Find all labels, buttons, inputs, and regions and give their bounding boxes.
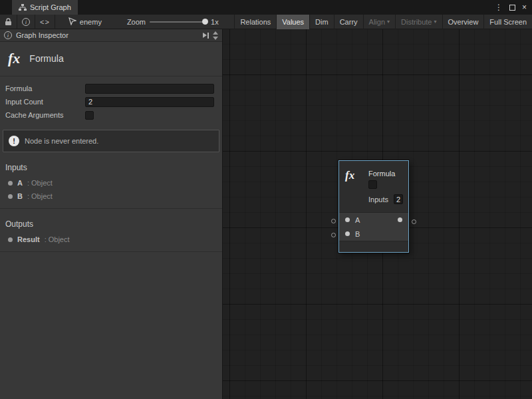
chevron-down-icon: ▾ [387,19,390,25]
code-view-icon[interactable]: <> [35,15,55,29]
target-cursor-icon [68,17,76,27]
unconnected-port-circle[interactable] [331,219,336,223]
node-input-count[interactable]: 2 [394,194,403,204]
node-inputs-label: Inputs [368,196,388,203]
port-dot-icon [8,237,13,242]
node-title: Formula [368,170,395,178]
warning-icon: ! [9,136,19,146]
close-icon[interactable]: × [522,3,527,11]
cache-arguments-checkbox[interactable] [85,111,94,120]
inspector-input-port-a: A : Object [0,176,222,190]
zoom-control: Zoom 1x [127,18,219,26]
input-port-b-icon[interactable] [345,231,350,236]
unconnected-port-circle[interactable] [412,219,416,224]
dim-button[interactable]: Dim [309,15,334,29]
zoom-slider-knob[interactable] [202,19,208,25]
info-icon: i [4,31,12,39]
fx-icon: fx [8,50,20,67]
info-icon[interactable]: i [17,15,35,29]
port-dot-icon [8,181,13,186]
target-name: enemy [80,18,102,26]
inspector-title: Graph Inspector [16,31,199,39]
values-button[interactable]: Values [276,15,309,29]
zoom-label: Zoom [127,18,146,26]
node-port-row-a: A [339,213,408,227]
formula-label: Formula [5,84,85,92]
graph-canvas[interactable]: fx Formula Inputs 2 A B [223,29,532,399]
inspector-output-port-result: Result : Object [0,233,222,246]
outputs-section-header: Outputs [0,209,222,233]
divider [0,251,222,252]
node-formula-input[interactable] [368,180,377,189]
script-graph-icon [19,4,27,11]
distribute-button[interactable]: Distribute ▾ [395,15,442,29]
input-count-label: Input Count [5,98,85,106]
inspector-input-port-b: B : Object [0,190,222,203]
tab-script-graph[interactable]: Script Graph [12,0,78,15]
lock-icon[interactable] [0,15,17,29]
scroll-arrows[interactable] [213,31,219,40]
toolbar-separator [55,15,55,29]
warning-text: Node is never entered. [25,137,98,145]
formula-field-row: Formula [0,82,222,95]
node-ports: A B [339,212,408,241]
input-port-a-icon[interactable] [345,217,350,222]
formula-node[interactable]: fx Formula Inputs 2 A B [338,160,409,253]
toolbar-buttons: Relations Values Dim Carry Align ▾ Distr… [234,15,532,29]
input-count-input[interactable] [85,97,214,107]
carry-button[interactable]: Carry [334,15,363,29]
window-menu-icon[interactable]: ⋮ [495,3,503,11]
port-dot-icon [8,194,13,199]
inputs-section-header: Inputs [0,152,222,176]
formula-input[interactable] [85,84,214,94]
node-port-row-b: B [339,227,408,241]
dock-panel-icon[interactable] [203,33,209,39]
window-controls: ⋮ × [495,0,532,15]
zoom-slider[interactable] [150,21,207,23]
maximize-icon[interactable] [509,5,515,11]
input-port-b-label: B [355,230,360,238]
relations-button[interactable]: Relations [234,15,276,29]
inspector-header: i Graph Inspector [0,29,222,42]
chevron-down-icon: ▾ [434,19,437,25]
node-footer [339,241,408,252]
graph-toolbar: i <> enemy Zoom 1x Relations Values Dim … [0,15,532,29]
scroll-up-icon[interactable] [213,31,218,35]
cache-arguments-label: Cache Arguments [5,111,85,119]
input-port-a-label: A [355,216,360,224]
formula-node-header: fx Formula Inputs 2 [339,161,408,212]
target-object[interactable]: enemy [68,17,102,27]
unit-name: Formula [29,53,63,64]
zoom-value: 1x [211,18,219,26]
unit-title-block: fx Formula [0,42,222,76]
output-port-result-icon[interactable] [398,217,402,222]
cache-arguments-field-row: Cache Arguments [0,108,222,122]
overview-button[interactable]: Overview [442,15,484,29]
input-count-field-row: Input Count [0,95,222,108]
node-inputs-row: Inputs 2 [368,194,403,204]
window-tab-bar: Script Graph ⋮ × [0,0,532,15]
align-button[interactable]: Align ▾ [363,15,395,29]
fx-icon: fx [345,169,354,182]
scroll-down-icon[interactable] [213,37,218,40]
full-screen-button[interactable]: Full Screen [483,15,532,29]
inspector-fields: Formula Input Count Cache Arguments [0,76,222,124]
warning-box: ! Node is never entered. [3,130,219,152]
graph-inspector-panel: i Graph Inspector fx Formula Formula Inp… [0,29,223,399]
unconnected-port-circle[interactable] [331,233,336,237]
tab-label: Script Graph [30,3,71,11]
